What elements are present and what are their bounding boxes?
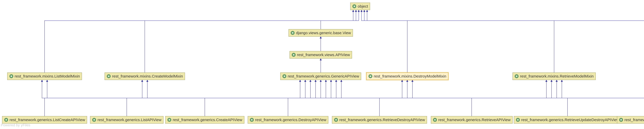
svg-point-3 <box>292 32 293 34</box>
class-node-retrdestroy[interactable]: rest_framework.generics.RetrieveDestroyA… <box>332 116 427 123</box>
inherit-edge <box>205 80 310 116</box>
class-node-create[interactable]: rest_framework.generics.CreateAPIView <box>165 116 244 123</box>
svg-point-21 <box>94 119 95 120</box>
class-icon <box>352 4 356 8</box>
inherit-edge <box>288 80 316 116</box>
class-label: django.views.generic.base.View <box>296 31 351 35</box>
class-node-list[interactable]: rest_framework.generics.ListAPIView <box>90 116 164 123</box>
svg-point-29 <box>434 119 436 120</box>
inherit-edge <box>321 10 359 29</box>
class-node-generic[interactable]: rest_framework.generics.GenericAPIView <box>280 72 361 80</box>
inherit-edge <box>557 80 568 116</box>
class-node-destroymix[interactable]: rest_framework.mixins.DestroyModelMixin <box>366 72 448 80</box>
class-icon <box>619 118 623 122</box>
inherit-edge <box>568 80 644 116</box>
class-label: rest_framework.generics.RetrieveUpdateAP… <box>624 118 644 122</box>
class-node-destroy[interactable]: rest_framework.generics.DestroyAPIView <box>248 116 328 123</box>
inherit-edge <box>42 80 44 116</box>
svg-point-27 <box>336 119 337 120</box>
class-icon <box>516 118 520 122</box>
class-icon <box>92 118 96 122</box>
class-label: rest_framework.generics.DestroyAPIView <box>255 118 326 122</box>
class-label: rest_framework.generics.CreateAPIView <box>173 118 242 122</box>
svg-point-23 <box>169 119 170 120</box>
svg-point-13 <box>370 76 371 77</box>
svg-point-31 <box>517 119 518 120</box>
svg-point-9 <box>108 76 109 77</box>
class-icon <box>433 118 437 122</box>
inherit-edge <box>380 80 546 116</box>
class-label: object <box>358 5 368 8</box>
inherit-edge <box>145 10 356 72</box>
class-node-retrievemix[interactable]: rest_framework.mixins.RetrieveModelMixin <box>512 72 596 80</box>
inherit-edge <box>288 80 402 116</box>
class-icon <box>368 74 372 78</box>
class-icon <box>4 118 8 122</box>
inherit-edge <box>326 80 472 116</box>
inherit-edge <box>44 10 353 72</box>
inherit-edge <box>364 10 554 72</box>
class-icon <box>107 74 111 78</box>
class-icon <box>250 118 254 122</box>
inherit-edge <box>336 80 644 116</box>
inherit-edge <box>341 80 644 116</box>
class-label: rest_framework.mixins.ListModelMixin <box>15 74 80 78</box>
class-node-retrieve[interactable]: rest_framework.generics.RetrieveAPIView <box>431 116 512 123</box>
inherit-edge <box>147 80 205 116</box>
class-icon <box>334 118 338 122</box>
class-node-createmix[interactable]: rest_framework.mixins.CreateModelMixin <box>104 72 185 80</box>
inherit-edge <box>362 10 407 72</box>
svg-point-1 <box>354 6 355 7</box>
class-label: rest_framework.mixins.DestroyModelMixin <box>374 74 446 78</box>
class-node-apiview[interactable]: rest_framework.views.APIView <box>290 51 352 59</box>
inherit-edge <box>127 80 305 116</box>
class-label: rest_framework.generics.GenericAPIView <box>288 74 359 78</box>
class-label: rest_framework.generics.ListAPIView <box>98 118 162 122</box>
class-label: rest_framework.generics.RetrieveUpdateDe… <box>521 118 619 122</box>
class-node-view[interactable]: django.views.generic.base.View <box>288 29 353 37</box>
class-node-rud[interactable]: rest_framework.generics.RetrieveUpdateDe… <box>514 116 621 123</box>
inherit-edge <box>412 80 568 116</box>
svg-point-25 <box>251 119 252 120</box>
inherit-edge <box>472 80 552 116</box>
inherit-edge <box>367 10 644 72</box>
class-icon <box>292 53 296 57</box>
class-icon <box>514 74 519 78</box>
class-node-object[interactable]: object <box>350 3 370 10</box>
svg-point-5 <box>293 54 294 55</box>
class-label: rest_framework.mixins.CreateModelMixin <box>112 74 183 78</box>
inherit-edge <box>562 80 644 116</box>
class-label: rest_framework.generics.ListCreateAPIVie… <box>10 118 85 122</box>
class-node-retrupdate[interactable]: rest_framework.generics.RetrieveUpdateAP… <box>617 116 644 123</box>
svg-point-7 <box>11 76 12 77</box>
inherit-edge <box>321 80 380 116</box>
inherit-edge <box>44 80 142 116</box>
inherit-edge <box>47 80 127 116</box>
class-icon <box>167 118 172 122</box>
svg-point-33 <box>620 119 622 120</box>
powered-by-label: Powered by yFiles <box>1 123 30 127</box>
class-node-listcreate[interactable]: rest_framework.generics.ListCreateAPIVie… <box>2 116 87 123</box>
class-icon <box>290 31 295 35</box>
inherit-edge <box>44 80 300 116</box>
class-label: rest_framework.generics.RetrieveAPIView <box>438 118 510 122</box>
class-icon <box>9 74 14 78</box>
svg-point-15 <box>516 76 517 77</box>
class-node-listmix[interactable]: rest_framework.mixins.ListModelMixin <box>7 72 82 80</box>
edge-layer <box>0 0 644 129</box>
class-icon <box>282 74 286 78</box>
svg-point-11 <box>284 76 285 77</box>
inherit-edge <box>331 80 568 116</box>
class-label: rest_framework.views.APIView <box>297 53 350 57</box>
class-label: rest_framework.generics.RetrieveDestroyA… <box>340 118 425 122</box>
inherit-edge <box>380 80 407 116</box>
class-label: rest_framework.mixins.RetrieveModelMixin <box>520 74 594 78</box>
svg-point-19 <box>6 119 7 120</box>
